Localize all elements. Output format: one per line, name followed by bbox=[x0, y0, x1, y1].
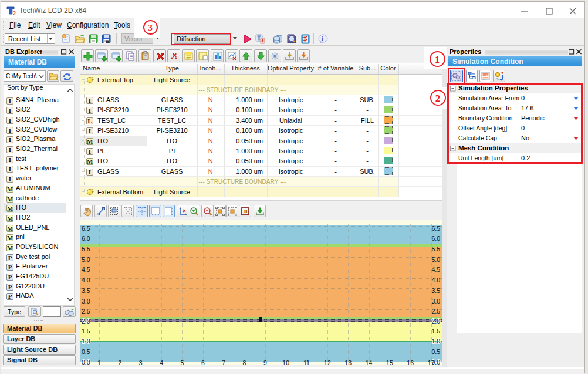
svg-text:2: 2 bbox=[13, 10, 16, 16]
svg-text:i: i bbox=[322, 35, 323, 42]
